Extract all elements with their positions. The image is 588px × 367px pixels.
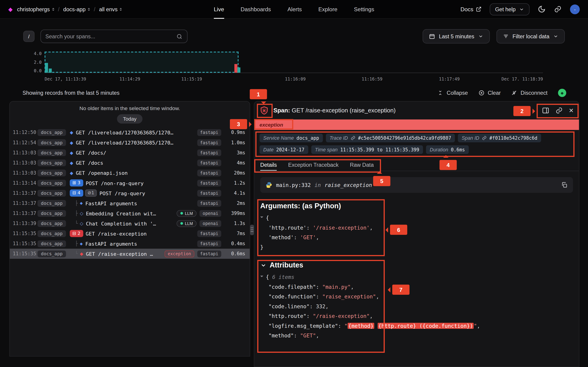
chevron-down-icon[interactable]: [260, 262, 267, 268]
span-row[interactable]: 11:15:35docs_app⊟ 2GET /raise-exceptionf…: [10, 228, 250, 239]
chart-xtick: 11:14:29: [120, 76, 140, 82]
span-row[interactable]: 11:12:50docs_app◆GET /livereload/1270363…: [10, 127, 250, 137]
code-function: raise_exception: [325, 182, 372, 188]
search-input[interactable]: [45, 33, 173, 39]
tab-exception-traceback[interactable]: Exception Traceback: [288, 158, 338, 171]
chart-selection[interactable]: [44, 52, 238, 73]
service-tag: docs_app: [37, 180, 66, 186]
child-count-badge[interactable]: ⊟ 4: [70, 190, 83, 197]
code-line: "logfire.msg_template": "{method} {http.…: [260, 321, 573, 331]
span-duration: 4ms: [225, 160, 245, 165]
time-range-button[interactable]: Last 5 minutes: [423, 29, 490, 43]
copy-icon[interactable]: [561, 182, 568, 188]
expand-caret-icon[interactable]: [260, 276, 263, 279]
span-row[interactable]: 11:13:03docs_app◆GET /docs/fastapi3ms: [10, 148, 250, 158]
tab-dashboards[interactable]: Dashboards: [241, 0, 271, 19]
main-nav: Live Dashboards Alerts Explore Settings: [214, 0, 374, 19]
span-time: 11:12:54: [13, 140, 38, 145]
span-list-panel: No older items in the selected time wind…: [9, 101, 250, 357]
sort-arrows-icon: [120, 8, 122, 10]
tree-connector: └: [75, 221, 78, 226]
environment-selector[interactable]: all envs: [99, 6, 122, 12]
chart-ytick: 0.0: [34, 68, 42, 73]
chart-plot[interactable]: [44, 53, 543, 73]
span-name: GET /docs: [76, 160, 194, 166]
span-row[interactable]: 11:15:35docs_app└◆GET /raise-exception ……: [10, 249, 250, 259]
span-row[interactable]: 11:15:35docs_app├◆FastAPI argumentsfasta…: [10, 239, 250, 249]
expand-caret-icon[interactable]: [260, 217, 263, 219]
meta-duration: Duration0.6ms: [426, 145, 469, 154]
code-line: "method": "GET",: [260, 331, 573, 340]
filter-local-data-button[interactable]: Filter local data: [496, 29, 565, 43]
live-connection-indicator[interactable]: ◆: [558, 89, 566, 97]
span-row[interactable]: 11:13:37docs_app├◆FastAPI argumentsfasta…: [10, 198, 250, 208]
docs-link[interactable]: Docs: [460, 6, 482, 12]
top-bar: ◆ christophergs / docs-app / all envs Li…: [0, 0, 588, 19]
disconnect-button[interactable]: Disconnect: [511, 90, 548, 96]
span-name: Chat Completion with '…: [86, 220, 174, 226]
avatar[interactable]: -: [570, 4, 580, 14]
span-row[interactable]: 11:13:03docs_app◆GET /docsfastapi4ms: [10, 158, 250, 168]
tab-live[interactable]: Live: [214, 0, 224, 19]
showing-records-text: Showing records from the last 5 minutes: [23, 90, 120, 96]
scope-tag: fastapi: [197, 159, 221, 166]
span-row[interactable]: 11:13:03docs_app◆GET /openapi.jsonfastap…: [10, 168, 250, 178]
span-kind-icon: ◆: [80, 251, 83, 256]
today-pill[interactable]: Today: [117, 114, 142, 124]
search-box[interactable]: [40, 30, 187, 43]
org-selector[interactable]: christophergs: [17, 6, 54, 12]
span-row[interactable]: 11:13:39docs_app└◇Chat Completion with '…: [10, 218, 250, 228]
tab-alerts[interactable]: Alerts: [287, 0, 302, 19]
collapse-button[interactable]: Collapse: [437, 90, 468, 96]
span-row[interactable]: 11:13:14docs_app⊞ 3POST /non-rag-queryfa…: [10, 178, 250, 188]
hidden-count-badge[interactable]: ⊘1: [85, 190, 97, 197]
in-word: in: [314, 182, 321, 188]
code-line: 'http.route': '/raise-exception',: [260, 223, 573, 232]
logfire-logo-icon[interactable]: ◆: [8, 6, 13, 12]
service-tag: docs_app: [37, 149, 66, 156]
child-count-badge[interactable]: ⊞ 3: [70, 179, 83, 186]
scope-tag: fastapi: [197, 200, 221, 206]
clear-button[interactable]: Clear: [478, 90, 501, 96]
span-row[interactable]: 11:13:37docs_app⊟ 4⊘1POST /rag-queryfast…: [10, 188, 250, 198]
span-duration: 4.1s: [225, 190, 245, 196]
code-line: 'method': 'GET',: [260, 233, 573, 242]
code-line: {: [260, 213, 573, 223]
service-tag: docs_app: [37, 250, 66, 257]
span-row[interactable]: 11:13:37docs_app├◇Embedding Creation wit…: [10, 208, 250, 218]
scope-tag: fastapi: [197, 180, 221, 186]
dock-panel-icon[interactable]: [542, 107, 549, 114]
dark-mode-toggle[interactable]: [538, 5, 545, 13]
scope-tag: fastapi: [197, 139, 221, 146]
service-tag: docs_app: [37, 139, 66, 146]
exception-tag: exception: [165, 250, 194, 257]
panel-resize-handle[interactable]: [250, 225, 254, 235]
scope-tag: fastapi: [197, 129, 221, 135]
service-tag: docs_app: [37, 200, 66, 206]
status-actions: Collapse Clear Disconnect ◆: [437, 89, 566, 97]
tab-raw-data[interactable]: Raw Data: [350, 158, 374, 171]
span-name: GET /raise-exception: [86, 231, 194, 236]
span-row[interactable]: 11:12:54docs_app◆GET /livereload/1270363…: [10, 137, 250, 148]
share-link-icon[interactable]: [554, 5, 562, 13]
span-kind-icon: ◇: [80, 221, 83, 226]
copy-link-icon[interactable]: [555, 107, 563, 114]
tab-settings[interactable]: Settings: [354, 0, 374, 19]
close-icon[interactable]: ✕: [569, 107, 574, 114]
project-selector[interactable]: docs-app: [63, 6, 90, 12]
detail-tabs: Details Exception Traceback Raw Data: [254, 158, 579, 171]
child-count-badge[interactable]: ⊟ 2: [70, 230, 83, 237]
span-time: 11:13:37: [13, 211, 38, 216]
chart-bar: [234, 64, 237, 73]
search-toolbar: / Last 5 minutes Filter local data: [0, 29, 588, 43]
topbar-actions: Docs Get help -: [460, 3, 580, 15]
get-help-button[interactable]: Get help: [490, 3, 530, 15]
link-icon: [351, 135, 355, 140]
tab-explore[interactable]: Explore: [318, 0, 337, 19]
meta-span-id[interactable]: Span ID#f0110e542c798c6d: [458, 134, 541, 142]
span-name: FastAPI arguments: [85, 200, 194, 206]
service-tag: docs_app: [37, 230, 66, 237]
meta-trace-id[interactable]: Trace ID#c5ec5005042796e91d5db42ca9fd980…: [326, 134, 455, 142]
span-meta: Service Namedocs_app Trace ID#c5ec500504…: [254, 130, 579, 158]
tab-details[interactable]: Details: [260, 158, 277, 171]
